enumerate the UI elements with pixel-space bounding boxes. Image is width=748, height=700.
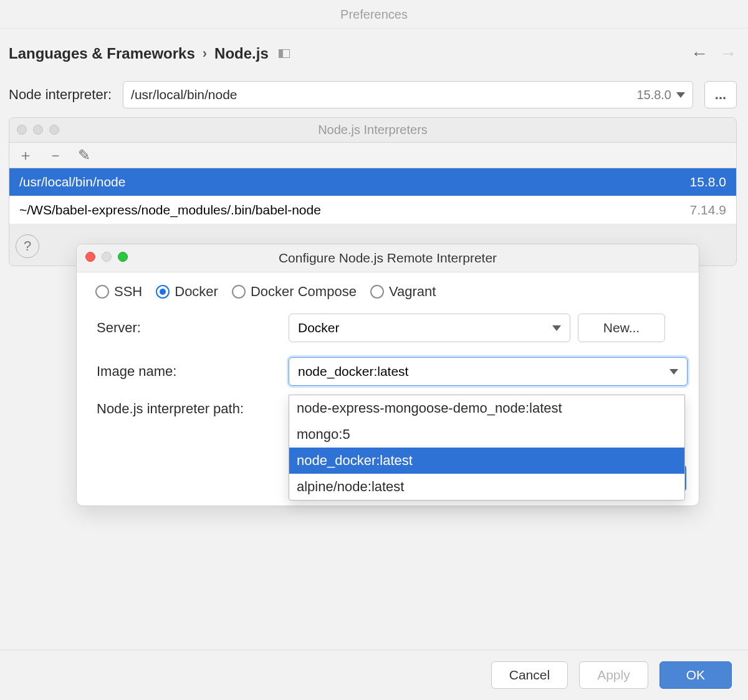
radio-vagrant[interactable]: Vagrant — [370, 284, 436, 300]
connection-type-radios: SSH Docker Docker Compose Vagrant — [77, 272, 699, 306]
window-close-button[interactable] — [17, 125, 27, 135]
radio-label: Vagrant — [389, 284, 436, 300]
server-select[interactable]: Docker — [289, 314, 570, 342]
remove-icon[interactable]: － — [48, 148, 63, 163]
interpreters-window-title: Node.js Interpreters — [318, 123, 428, 137]
radio-label: Docker — [175, 284, 218, 300]
remote-dialog-title: Configure Node.js Remote Interpreter — [279, 251, 497, 266]
breadcrumb-page: Node.js — [214, 45, 269, 62]
apply-button: Apply — [579, 661, 648, 689]
dropdown-option[interactable]: alpine/node:latest — [289, 474, 684, 500]
window-minimize-button[interactable] — [33, 125, 43, 135]
server-value: Docker — [298, 320, 340, 335]
interpreters-list: /usr/local/bin/node 15.8.0 ~/WS/babel-ex… — [9, 168, 736, 224]
help-button[interactable]: ? — [16, 234, 39, 258]
interpreter-row[interactable]: /usr/local/bin/node 15.8.0 — [9, 168, 736, 196]
interpreter-path: /usr/local/bin/node — [19, 175, 125, 189]
dropdown-option[interactable]: node-express-mongoose-demo_node:latest — [289, 395, 684, 421]
breadcrumb-bar: Languages & Frameworks › Node.js ← → — [0, 29, 748, 79]
new-server-button[interactable]: New... — [578, 314, 665, 342]
window-title: Preferences — [0, 0, 748, 29]
interpreter-row-version: 15.8.0 — [690, 175, 726, 189]
radio-docker-compose[interactable]: Docker Compose — [232, 284, 357, 300]
image-name-label: Image name: — [88, 363, 281, 380]
interpreter-row-version: 7.14.9 — [690, 203, 726, 218]
dialog-close-button[interactable] — [85, 252, 95, 262]
chevron-down-icon — [669, 369, 678, 375]
ok-button[interactable]: OK — [659, 661, 732, 689]
server-label: Server: — [88, 320, 281, 336]
nav-back-button[interactable]: ← — [691, 44, 708, 64]
breadcrumb-section[interactable]: Languages & Frameworks — [9, 45, 195, 62]
radio-docker[interactable]: Docker — [156, 284, 218, 300]
cancel-button[interactable]: Cancel — [491, 661, 568, 689]
remote-interpreter-dialog: Configure Node.js Remote Interpreter SSH… — [76, 244, 699, 506]
chevron-down-icon — [676, 92, 685, 98]
add-icon[interactable]: ＋ — [18, 148, 33, 163]
chevron-down-icon — [552, 325, 561, 331]
module-icon — [279, 49, 290, 58]
nav-forward-button: → — [719, 44, 737, 64]
image-name-select[interactable]: node_docker:latest — [289, 357, 688, 386]
dropdown-option[interactable]: node_docker:latest — [289, 448, 684, 474]
breadcrumb-separator: › — [203, 46, 207, 62]
interpreter-label: Node interpreter: — [9, 87, 112, 103]
interpreter-version: 15.8.0 — [636, 88, 671, 102]
preferences-footer: Cancel Apply OK — [0, 650, 748, 700]
dialog-minimize-button — [102, 252, 112, 262]
radio-ssh[interactable]: SSH — [95, 284, 142, 300]
dialog-zoom-button[interactable] — [118, 252, 128, 262]
interpreter-path-label: Node.js interpreter path: — [88, 401, 281, 417]
dropdown-option[interactable]: mongo:5 — [289, 421, 684, 448]
radio-label: SSH — [114, 284, 142, 300]
browse-button[interactable]: ... — [704, 81, 737, 108]
window-zoom-button[interactable] — [49, 125, 59, 135]
interpreter-select[interactable]: /usr/local/bin/node 15.8.0 — [123, 81, 693, 108]
image-name-value: node_docker:latest — [298, 364, 408, 379]
interpreter-row[interactable]: ~/WS/babel-express/node_modules/.bin/bab… — [9, 196, 736, 224]
interpreter-path: ~/WS/babel-express/node_modules/.bin/bab… — [19, 203, 321, 218]
radio-label: Docker Compose — [251, 284, 357, 300]
interpreter-value: /usr/local/bin/node — [131, 87, 237, 102]
edit-icon[interactable]: ✎ — [78, 148, 90, 163]
image-options-dropdown: node-express-mongoose-demo_node:latest m… — [289, 395, 685, 501]
